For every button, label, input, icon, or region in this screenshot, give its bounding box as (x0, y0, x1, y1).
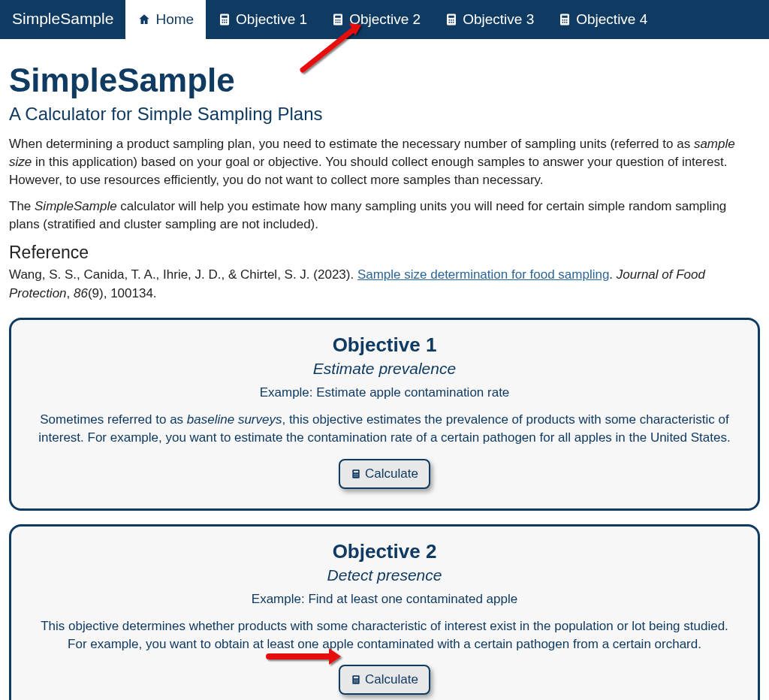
svg-point-23 (453, 22, 454, 23)
svg-point-3 (224, 20, 225, 21)
main-content: SimpleSample A Calculator for Simple Sam… (0, 39, 769, 700)
volume: 86 (74, 286, 88, 300)
svg-point-19 (451, 20, 452, 21)
svg-rect-17 (448, 16, 454, 18)
calculate-button-objective-1[interactable]: Calculate (339, 459, 430, 489)
ref-authors: Wang, S. S., Canida, T. A., Ihrie, J. D.… (9, 267, 357, 282)
svg-rect-33 (354, 471, 358, 472)
emphasis: baseline surveys (187, 412, 282, 427)
svg-point-36 (357, 474, 357, 475)
calculator-icon (218, 13, 231, 26)
svg-point-6 (224, 22, 225, 23)
svg-point-39 (357, 475, 357, 476)
calculator-icon (351, 469, 361, 479)
calculator-icon (558, 13, 571, 26)
intro-paragraph-2: The SimpleSample calculator will help yo… (9, 198, 760, 234)
svg-rect-41 (354, 677, 358, 678)
text: When determining a product sampling plan… (9, 137, 694, 151)
svg-point-47 (357, 682, 357, 683)
nav-tab-label: Home (155, 11, 194, 28)
nav-tab-label: Objective 2 (349, 11, 421, 28)
brand-label: SimpleSample (0, 0, 125, 39)
svg-rect-25 (562, 16, 568, 18)
svg-point-35 (355, 474, 356, 475)
reference-text: Wang, S. S., Canida, T. A., Ihrie, J. D.… (9, 266, 760, 303)
svg-point-46 (355, 682, 356, 683)
card-heading: Objective 1 (37, 333, 732, 357)
text: The (9, 199, 35, 213)
svg-point-14 (337, 22, 339, 23)
svg-point-21 (449, 22, 451, 23)
intro-paragraph-1: When determining a product sampling plan… (9, 135, 760, 189)
svg-point-34 (354, 474, 354, 475)
home-icon (137, 13, 151, 26)
svg-point-29 (562, 22, 564, 23)
svg-point-37 (354, 475, 354, 476)
svg-point-45 (354, 682, 354, 683)
svg-point-26 (562, 20, 564, 21)
svg-point-18 (449, 20, 451, 21)
text: , (67, 286, 74, 300)
button-label: Calculate (365, 672, 418, 687)
card-heading: Objective 2 (37, 540, 732, 563)
svg-point-28 (566, 20, 568, 21)
page-title: SimpleSample (9, 62, 760, 99)
page-subtitle: A Calculator for Simple Sampling Plans (9, 104, 760, 125)
svg-point-11 (337, 20, 339, 21)
svg-point-22 (451, 22, 452, 23)
nav-tab-objective-3[interactable]: Objective 3 (433, 0, 546, 39)
text: (9), 100134. (88, 286, 157, 300)
svg-point-20 (453, 20, 454, 21)
objective-card-2: Objective 2 Detect presence Example: Fin… (9, 524, 760, 700)
svg-rect-1 (222, 16, 228, 18)
svg-point-7 (226, 22, 228, 23)
nav-tab-objective-2[interactable]: Objective 2 (319, 0, 433, 39)
text: in this application) based on your goal … (9, 155, 727, 187)
nav-tab-label: Objective 4 (576, 11, 647, 28)
text: . (609, 267, 616, 282)
nav-tab-objective-4[interactable]: Objective 4 (546, 0, 659, 39)
svg-point-12 (339, 20, 341, 21)
svg-point-43 (355, 680, 356, 680)
reference-heading: Reference (9, 243, 760, 263)
svg-point-4 (226, 20, 228, 21)
svg-point-15 (339, 22, 341, 23)
card-body: Sometimes referred to as baseline survey… (37, 411, 732, 447)
text: calculator will help you estimate how ma… (9, 199, 726, 231)
nav-tab-label: Objective 3 (463, 11, 534, 28)
svg-point-30 (564, 22, 565, 23)
svg-point-27 (564, 20, 565, 21)
nav-tab-label: Objective 1 (236, 11, 307, 28)
calculator-icon (445, 13, 458, 26)
card-example: Example: Estimate apple contamination ra… (37, 385, 732, 400)
svg-point-5 (222, 22, 224, 23)
emphasis: SimpleSample (35, 199, 117, 213)
svg-point-42 (354, 680, 354, 680)
text: This objective determines whether produc… (41, 619, 728, 651)
card-subtitle: Estimate prevalence (37, 360, 732, 378)
calculator-icon (351, 674, 361, 685)
svg-point-10 (336, 20, 337, 21)
card-body: This objective determines whether produc… (37, 617, 732, 653)
navbar: SimpleSample Home Objective 1 Objective … (0, 0, 769, 39)
svg-rect-9 (335, 16, 341, 18)
svg-point-2 (222, 20, 224, 21)
svg-point-38 (355, 475, 356, 476)
card-example: Example: Find at least one contaminated … (37, 592, 732, 607)
calculator-icon (331, 13, 345, 26)
nav-tab-objective-1[interactable]: Objective 1 (206, 0, 319, 39)
reference-link[interactable]: Sample size determination for food sampl… (357, 267, 609, 282)
text: Sometimes referred to as (40, 412, 187, 427)
button-label: Calculate (365, 466, 418, 481)
svg-point-44 (357, 680, 357, 680)
card-subtitle: Detect presence (37, 566, 732, 584)
objective-card-1: Objective 1 Estimate prevalence Example:… (9, 318, 760, 511)
svg-point-31 (566, 22, 568, 23)
nav-tab-home[interactable]: Home (125, 0, 206, 39)
calculate-button-objective-2[interactable]: Calculate (339, 665, 430, 695)
svg-point-13 (336, 22, 337, 23)
